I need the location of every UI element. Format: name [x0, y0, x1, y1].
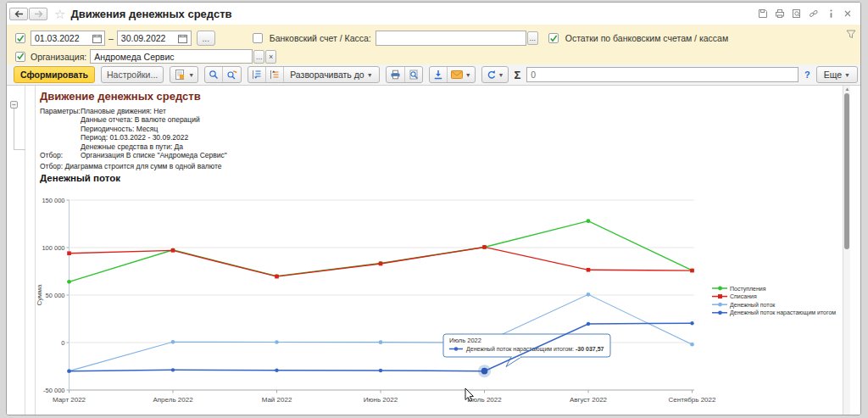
chart-tooltip: Июль 2022Денежный поток нарастающим итог… [443, 334, 610, 367]
svg-text:Июнь 2022: Июнь 2022 [364, 396, 398, 404]
bank-account-field[interactable] [376, 31, 526, 46]
settings-button[interactable]: Настройки... [101, 66, 164, 83]
forward-button[interactable] [29, 8, 47, 20]
chart-title: Денежный поток [40, 173, 120, 183]
favorite-star-icon[interactable]: ☆ [54, 8, 65, 20]
grouping-margin: − [7, 86, 25, 415]
generate-button[interactable]: Сформировать [14, 66, 95, 83]
period-from-field[interactable]: 01.03.2022 [31, 31, 105, 46]
send-mail-button[interactable]: ▼ [447, 67, 475, 82]
collapse-groups-button[interactable] [248, 67, 265, 82]
close-icon[interactable] [843, 9, 853, 18]
title-bar: ☆ Движения денежных средств [7, 3, 860, 25]
row-header-strip [26, 86, 36, 415]
svg-text:Сумма: Сумма [36, 284, 43, 306]
svg-text:Сентябрь 2022: Сентябрь 2022 [669, 396, 716, 404]
organization-label: Организация: [31, 52, 86, 62]
organization-checkbox[interactable] [15, 52, 25, 62]
filter-note: Отбор: Диаграмма строится для сумм в одн… [40, 162, 222, 170]
save-icon[interactable] [758, 8, 768, 19]
report-area: − Движение денежных средств Параметры: П… [7, 86, 860, 415]
svg-text:150 000: 150 000 [42, 197, 64, 204]
report-toolbar: Сформировать Настройки... ▼ Разворачиват… [7, 64, 860, 86]
search-button[interactable] [205, 67, 222, 82]
related-reports-button[interactable]: ▼ [482, 67, 508, 82]
svg-text:0: 0 [61, 339, 64, 347]
expand-groups-button[interactable] [265, 67, 283, 82]
back-button[interactable] [9, 8, 28, 20]
calendar-icon[interactable] [91, 32, 103, 44]
window-title: Движения денежных средств [70, 8, 231, 20]
svg-text:50 000: 50 000 [46, 292, 65, 299]
search-next-button[interactable] [222, 67, 241, 82]
sum-symbol: Σ [515, 69, 521, 81]
bank-account-checkbox[interactable] [253, 33, 263, 43]
organization-clear-button[interactable]: × [265, 50, 276, 64]
scrollbar-thumb[interactable] [844, 93, 849, 249]
svg-text:Август 2022: Август 2022 [570, 396, 608, 404]
svg-text:Денежный поток нарастающим ито: Денежный поток нарастающим итогом [730, 309, 836, 316]
report-parameters: Параметры: Плановые движения: Нет Данные… [40, 107, 227, 159]
save-report-button[interactable] [430, 67, 447, 82]
print-button[interactable] [387, 67, 404, 82]
cash-flow-chart[interactable]: 150 000100 00050 0000-50 000Март 2022Апр… [36, 189, 848, 411]
bank-account-label: Банковский счет / Касса: [270, 33, 371, 43]
balances-label: Остатки по банковским счетам / кассам [565, 33, 728, 43]
help-button[interactable]: ? [804, 70, 810, 80]
vertical-scrollbar[interactable]: ▲ [843, 86, 850, 415]
svg-text:Денежный поток: Денежный поток [730, 302, 776, 309]
report-title: Движение денежных средств [40, 90, 201, 103]
link-icon[interactable] [809, 8, 819, 19]
svg-text:Поступления: Поступления [730, 286, 766, 293]
svg-text:-50 000: -50 000 [43, 387, 64, 394]
more-icon[interactable] [826, 8, 836, 19]
print-preview-icon[interactable] [792, 8, 802, 19]
calendar-icon[interactable] [177, 32, 189, 44]
period-dash: – [108, 33, 114, 43]
report-content: Движение денежных средств Параметры: Пла… [36, 86, 850, 415]
print-icon[interactable] [775, 8, 785, 19]
filter-panel: 01.03.2022 – 30.09.2022 ... Банковский с… [7, 25, 860, 64]
period-to-field[interactable]: 30.09.2022 [117, 31, 192, 46]
svg-text:Списания: Списания [730, 293, 757, 299]
print-preview-button[interactable] [404, 67, 422, 82]
filter-funnel-icon[interactable] [846, 27, 856, 42]
balances-checkbox[interactable] [548, 33, 559, 43]
scroll-up-icon[interactable]: ▲ [845, 86, 850, 92]
svg-text:Июль 2022: Июль 2022 [449, 337, 481, 344]
collapse-group-button[interactable]: − [10, 101, 18, 109]
svg-text:Июль 2022: Июль 2022 [467, 396, 502, 404]
svg-text:Март 2022: Март 2022 [53, 396, 86, 404]
report-window: ☆ Движения денежных средств 01.03.2022 –… [6, 2, 861, 415]
svg-text:Апрель 2022: Апрель 2022 [153, 396, 193, 404]
period-more-button[interactable]: ... [197, 31, 215, 46]
organization-more-button[interactable]: ... [253, 50, 264, 64]
bank-account-more-button[interactable]: ... [527, 31, 538, 45]
svg-text:Май 2022: Май 2022 [262, 396, 292, 404]
organization-field[interactable]: Андромеда Сервис [90, 49, 253, 64]
report-variants-button[interactable]: ▼ [170, 67, 198, 82]
more-button[interactable]: Еще▼ [816, 66, 858, 83]
expand-to-button[interactable]: Разворачивать до▼ [283, 67, 378, 82]
svg-text:Денежный поток нарастающим ито: Денежный поток нарастающим итогом: -30 0… [466, 346, 604, 353]
sum-field[interactable]: 0 [526, 67, 798, 82]
svg-text:100 000: 100 000 [42, 244, 64, 252]
period-checkbox[interactable] [15, 33, 25, 43]
